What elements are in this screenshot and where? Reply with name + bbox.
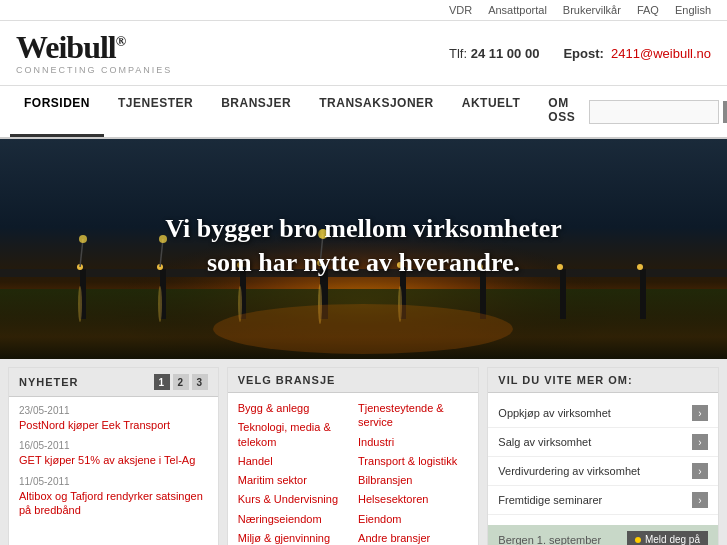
news-panel-header: NYHETER 1 2 3 (9, 368, 218, 397)
news-item-2[interactable]: GET kjøper 51% av aksjene i Tel-Ag (19, 453, 208, 467)
bransje-handel[interactable]: Handel (238, 454, 348, 468)
news-panel: NYHETER 1 2 3 23/05-2011 PostNord kjøper… (8, 367, 219, 545)
meld-button[interactable]: Meld deg på (627, 531, 708, 545)
right-panel: VIL DU VITE MER OM: Oppkjøp av virksomhe… (487, 367, 719, 545)
svg-point-21 (158, 286, 162, 322)
right-item-3[interactable]: Verdivurdering av virksomhet › (488, 457, 718, 486)
logo: Weibull® (16, 31, 172, 63)
bransje-kurs[interactable]: Kurs & Undervisning (238, 492, 348, 506)
bransje-andre[interactable]: Andre bransjer (358, 531, 468, 545)
svg-point-20 (78, 286, 82, 322)
right-item-1[interactable]: Oppkjøp av virksomhet › (488, 399, 718, 428)
nav-bar: FORSIDEN TJENESTER BRANSJER TRANSAKSJONE… (0, 86, 727, 139)
dot-icon (635, 537, 641, 543)
faq-link[interactable]: FAQ (637, 4, 659, 16)
footer-banner: Bergen 1. september Meld deg på (488, 525, 718, 545)
news-item-1[interactable]: PostNord kjøper Eek Transport (19, 418, 208, 432)
bransje-panel: VELG BRANSJE Bygg & anlegg Teknologi, me… (227, 367, 480, 545)
email-info: Epost: 2411@weibull.no (563, 46, 711, 61)
news-date-3: 11/05-2011 (19, 476, 208, 487)
right-item-4[interactable]: Fremtidige seminarer › (488, 486, 718, 515)
header: Weibull® CONNECTING COMPANIES Tlf: 24 11… (0, 21, 727, 86)
search-input[interactable] (589, 100, 719, 124)
vdr-link[interactable]: VDR (449, 4, 472, 16)
news-date-2: 16/05-2011 (19, 440, 208, 451)
svg-point-25 (213, 304, 513, 354)
right-panel-header: VIL DU VITE MER OM: (488, 368, 718, 393)
news-date-1: 23/05-2011 (19, 405, 208, 416)
right-item-2[interactable]: Salg av virksomhet › (488, 428, 718, 457)
hero-headline: Vi bygger bro mellom virksomheter som ha… (36, 212, 690, 280)
bransje-col-2: Tjenesteytende & service Industri Transp… (358, 401, 468, 545)
nav-item-bransjer[interactable]: BRANSJER (207, 86, 305, 137)
top-bar: VDR Ansattportal Brukervilkår FAQ Englis… (0, 0, 727, 21)
bransje-list: Bygg & anlegg Teknologi, media & telekom… (228, 393, 479, 545)
bransje-tjeneste[interactable]: Tjenesteytende & service (358, 401, 468, 430)
hero-banner: Vi bygger bro mellom virksomheter som ha… (0, 139, 727, 359)
bransje-col-1: Bygg & anlegg Teknologi, media & telekom… (238, 401, 348, 545)
arrow-icon-2: › (692, 434, 708, 450)
bransje-panel-header: VELG BRANSJE (228, 368, 479, 393)
bransje-industri[interactable]: Industri (358, 435, 468, 449)
content-area: NYHETER 1 2 3 23/05-2011 PostNord kjøper… (0, 359, 727, 545)
page-num-1[interactable]: 1 (154, 374, 170, 390)
english-link[interactable]: English (675, 4, 711, 16)
nav-item-transaksjoner[interactable]: TRANSAKSJONER (305, 86, 448, 137)
nav-item-forsiden[interactable]: FORSIDEN (10, 86, 104, 137)
arrow-icon-3: › (692, 463, 708, 479)
search-button[interactable]: Søk (723, 101, 727, 123)
arrow-icon-4: › (692, 492, 708, 508)
nav-item-tjenester[interactable]: TJENESTER (104, 86, 207, 137)
news-item-3[interactable]: Altibox og Tafjord rendyrker satsingen p… (19, 489, 208, 518)
logo-subtitle: CONNECTING COMPANIES (16, 65, 172, 75)
hero-text: Vi bygger bro mellom virksomheter som ha… (36, 212, 690, 280)
nav-items: FORSIDEN TJENESTER BRANSJER TRANSAKSJONE… (10, 86, 589, 137)
banner-text: Bergen 1. september (498, 534, 601, 546)
search-area: Søk (589, 100, 727, 124)
bransje-helse[interactable]: Helsesektoren (358, 492, 468, 506)
brukervilkar-link[interactable]: Brukervilkår (563, 4, 621, 16)
page-num-2[interactable]: 2 (173, 374, 189, 390)
news-panel-title: NYHETER (19, 376, 79, 388)
bransje-miljo[interactable]: Miljø & gjenvinning (238, 531, 348, 545)
bransje-eiendom[interactable]: Eiendom (358, 512, 468, 526)
bransje-transport[interactable]: Transport & logistikk (358, 454, 468, 468)
email-link[interactable]: 2411@weibull.no (611, 46, 711, 61)
page-num-3[interactable]: 3 (192, 374, 208, 390)
bransje-naring[interactable]: Næringseiendom (238, 512, 348, 526)
logo-area: Weibull® CONNECTING COMPANIES (16, 31, 172, 75)
ansattportal-link[interactable]: Ansattportal (488, 4, 547, 16)
bransje-bygg[interactable]: Bygg & anlegg (238, 401, 348, 415)
bransje-teknologi[interactable]: Teknologi, media & telekom (238, 420, 348, 449)
contact-area: Tlf: 24 11 00 00 Epost: 2411@weibull.no (449, 46, 711, 61)
bransje-bil[interactable]: Bilbransjen (358, 473, 468, 487)
arrow-icon-1: › (692, 405, 708, 421)
right-panel-title: VIL DU VITE MER OM: (498, 374, 632, 386)
page-numbers: 1 2 3 (154, 374, 208, 390)
nav-item-omoss[interactable]: OM OSS (534, 86, 589, 137)
phone-info: Tlf: 24 11 00 00 (449, 46, 539, 61)
bransje-panel-title: VELG BRANSJE (238, 374, 336, 386)
news-list: 23/05-2011 PostNord kjøper Eek Transport… (9, 397, 218, 525)
right-list: Oppkjøp av virksomhet › Salg av virksomh… (488, 393, 718, 521)
nav-item-aktuelt[interactable]: AKTUELT (448, 86, 535, 137)
bransje-maritim[interactable]: Maritim sektor (238, 473, 348, 487)
